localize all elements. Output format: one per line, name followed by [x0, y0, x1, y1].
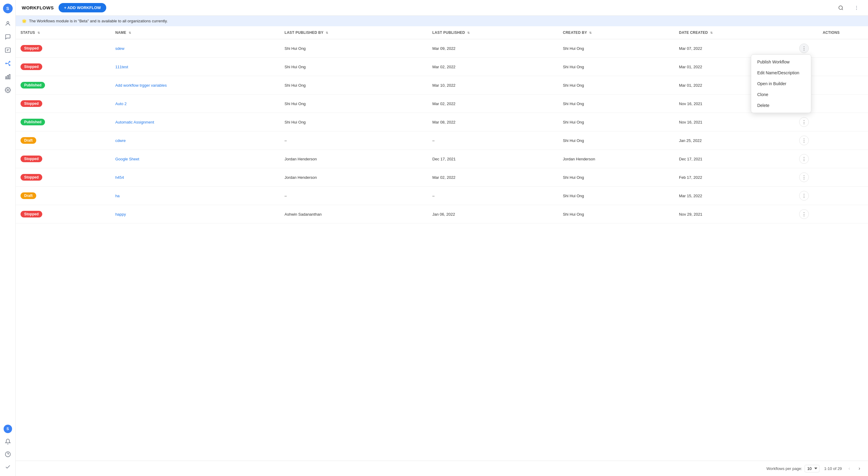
status-badge-5: Published — [21, 119, 45, 125]
status-badge-1: Stopped — [21, 45, 42, 52]
pagination-next-button[interactable]: › — [857, 465, 862, 472]
col-name[interactable]: NAME ⇅ — [111, 26, 280, 39]
workflow-name-link-7[interactable]: Google Sheet — [115, 157, 140, 161]
cell-name-3: Add workflow trgger variables — [111, 76, 280, 94]
sidebar-icon-avatar-user[interactable]: S — [2, 423, 13, 434]
dropdown-item-clone[interactable]: Clone — [751, 89, 811, 100]
actions-button-8[interactable]: ⋮ — [799, 173, 809, 182]
cell-created-by-6: Shi Hui Ong — [558, 131, 674, 150]
actions-button-6[interactable]: ⋮ — [799, 136, 809, 145]
add-workflow-button[interactable]: + ADD WORKFLOW — [59, 3, 106, 12]
sidebar-icon-contacts[interactable] — [2, 45, 13, 56]
cell-last-published-7: Dec 17, 2021 — [427, 150, 558, 168]
cell-created-by-8: Shi Hui Ong — [558, 168, 674, 187]
sidebar-icon-notifications[interactable] — [2, 436, 13, 447]
cell-name-8: h454 — [111, 168, 280, 187]
footer-per-page: Workflows per page: 10 25 50 — [767, 465, 819, 472]
sidebar-icon-checkmark[interactable] — [2, 462, 13, 472]
table-row: Draft ha – – Shi Hui Ong Mar 15, 2022 ⋮ — [16, 187, 868, 205]
sort-icon-status: ⇅ — [37, 31, 40, 34]
header-right — [835, 2, 862, 13]
cell-last-published-by-3: Shi Hui Ong — [280, 76, 428, 94]
workflow-name-link-3[interactable]: Add workflow trgger variables — [115, 83, 167, 88]
actions-button-9[interactable]: ⋮ — [799, 191, 809, 201]
status-badge-9: Draft — [21, 192, 36, 199]
cell-name-2: 111test — [111, 58, 280, 76]
workflow-name-link-9[interactable]: ha — [115, 194, 120, 198]
workflows-table-container: STATUS ⇅ NAME ⇅ LAST PUBLISHED BY ⇅ LAST… — [16, 26, 868, 460]
workflow-name-link-4[interactable]: Auto 2 — [115, 101, 127, 106]
workflow-name-link-2[interactable]: 111test — [115, 65, 128, 69]
workflow-name-link-6[interactable]: cdwre — [115, 138, 126, 143]
cell-last-published-by-1: Shi Hui Ong — [280, 39, 428, 58]
col-created-by[interactable]: CREATED BY ⇅ — [558, 26, 674, 39]
page-title: WORKFLOWS — [22, 5, 54, 10]
cell-last-published-4: Mar 02, 2022 — [427, 94, 558, 113]
sidebar-icon-chat[interactable] — [2, 31, 13, 42]
cell-created-by-2: Shi Hui Ong — [558, 58, 674, 76]
cell-name-7: Google Sheet — [111, 150, 280, 168]
cell-created-by-4: Shi Hui Ong — [558, 94, 674, 113]
sidebar-icon-user[interactable] — [2, 18, 13, 29]
dropdown-item-edit[interactable]: Edit Name/Description — [751, 67, 811, 78]
main-area: WORKFLOWS + ADD WORKFLOW 🌟 The Workflows… — [16, 0, 868, 476]
workflow-name-link-1[interactable]: sdew — [115, 46, 124, 51]
dropdown-item-open_builder[interactable]: Open in Builder — [751, 78, 811, 89]
workflow-name-link-5[interactable]: Automatic Assignment — [115, 120, 154, 124]
actions-button-10[interactable]: ⋮ — [799, 209, 809, 219]
svg-rect-1 — [5, 48, 10, 53]
col-last-published-by[interactable]: LAST PUBLISHED BY ⇅ — [280, 26, 428, 39]
sidebar-icon-settings[interactable] — [2, 85, 13, 95]
cell-date-created-8: Feb 17, 2022 — [674, 168, 794, 187]
cell-last-published-3: Mar 10, 2022 — [427, 76, 558, 94]
col-date-created[interactable]: DATE CREATED ⇅ — [674, 26, 794, 39]
cell-actions-6: ⋮ — [794, 131, 868, 150]
cell-last-published-by-10: Ashwin Sadananthan — [280, 205, 428, 224]
cell-last-published-6: – — [427, 131, 558, 150]
cell-created-by-1: Shi Hui Ong — [558, 39, 674, 58]
cell-created-by-10: Shi Hui Ong — [558, 205, 674, 224]
per-page-select[interactable]: 10 25 50 — [805, 465, 819, 472]
sort-icon-last-published-by: ⇅ — [326, 31, 328, 34]
cell-status-7: Stopped — [16, 150, 111, 168]
cell-created-by-5: Shi Hui Ong — [558, 113, 674, 131]
actions-button-1[interactable]: ⋮ — [799, 43, 809, 53]
cell-date-created-5: Nov 16, 2021 — [674, 113, 794, 131]
col-status[interactable]: STATUS ⇅ — [16, 26, 111, 39]
col-last-published[interactable]: LAST PUBLISHED ⇅ — [427, 26, 558, 39]
table-row: Published Automatic Assignment Shi Hui O… — [16, 113, 868, 131]
cell-actions-9: ⋮ — [794, 187, 868, 205]
dropdown-item-delete[interactable]: Delete — [751, 100, 811, 111]
workflows-table: STATUS ⇅ NAME ⇅ LAST PUBLISHED BY ⇅ LAST… — [16, 26, 868, 224]
header-left: WORKFLOWS + ADD WORKFLOW — [22, 3, 106, 12]
cell-status-2: Stopped — [16, 58, 111, 76]
sidebar-icon-reports[interactable] — [2, 71, 13, 82]
cell-last-published-by-5: Shi Hui Ong — [280, 113, 428, 131]
svg-point-15 — [856, 9, 857, 10]
cell-last-published-5: Mar 08, 2022 — [427, 113, 558, 131]
table-row: Stopped Auto 2 Shi Hui Ong Mar 02, 2022 … — [16, 94, 868, 113]
svg-point-2 — [5, 63, 6, 64]
cell-status-6: Draft — [16, 131, 111, 150]
cell-date-created-6: Jan 25, 2022 — [674, 131, 794, 150]
cell-actions-7: ⋮ — [794, 150, 868, 168]
cell-last-published-9: – — [427, 187, 558, 205]
sidebar-icon-workflows[interactable] — [2, 58, 13, 69]
col-actions: ACTIONS — [794, 26, 868, 39]
search-icon[interactable] — [835, 2, 846, 13]
sidebar-icon-help[interactable] — [2, 449, 13, 460]
user-avatar[interactable]: S — [3, 4, 13, 13]
cell-last-published-by-6: – — [280, 131, 428, 150]
actions-button-5[interactable]: ⋮ — [799, 117, 809, 127]
workflow-name-link-10[interactable]: happy — [115, 212, 126, 216]
dropdown-item-publish[interactable]: Publish Workflow — [751, 57, 811, 67]
sort-icon-last-published: ⇅ — [467, 31, 470, 34]
pagination-prev-button[interactable]: ‹ — [846, 465, 852, 472]
workflow-name-link-8[interactable]: h454 — [115, 175, 124, 180]
actions-button-7[interactable]: ⋮ — [799, 154, 809, 164]
cell-name-4: Auto 2 — [111, 94, 280, 113]
svg-point-0 — [7, 22, 9, 24]
header-more-icon[interactable] — [851, 2, 862, 13]
cell-name-6: cdwre — [111, 131, 280, 150]
status-badge-7: Stopped — [21, 155, 42, 162]
